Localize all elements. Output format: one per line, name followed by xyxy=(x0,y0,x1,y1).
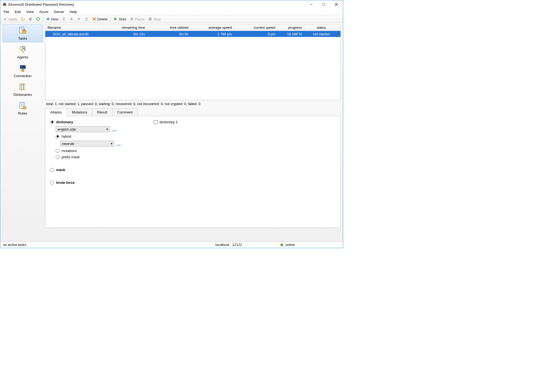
col-avgspeed[interactable]: average speed xyxy=(191,24,234,31)
svg-marker-15 xyxy=(70,18,73,20)
radio-mutations[interactable] xyxy=(56,149,59,153)
radio-prefix-mask[interactable] xyxy=(56,155,59,159)
menu-view[interactable]: View xyxy=(23,9,36,15)
undo-button[interactable] xyxy=(19,16,27,22)
pause-icon xyxy=(130,17,134,21)
sidebar-label: Agents xyxy=(17,55,28,59)
menu-file[interactable]: File xyxy=(1,9,12,15)
tab-comment[interactable]: Comment xyxy=(112,108,138,116)
tab-strip: Attacks Mutations Result Comment xyxy=(45,108,341,116)
sidebar-label: Rules xyxy=(18,111,27,115)
cell-utilized: 2m 8s xyxy=(147,31,191,37)
sidebar-item-tasks[interactable]: Tasks xyxy=(2,24,43,42)
svg-rect-12 xyxy=(46,19,50,20)
new-button[interactable]: New xyxy=(44,16,60,22)
menu-azure[interactable]: Azure xyxy=(36,9,51,15)
sidebar: Tasks Agents >_ Connection Dictionaries … xyxy=(0,23,45,241)
stop-icon xyxy=(148,17,152,21)
svg-rect-44 xyxy=(21,84,21,90)
radio-mask[interactable] xyxy=(50,168,54,172)
svg-rect-52 xyxy=(49,33,50,34)
menu-server[interactable]: Server xyxy=(51,9,67,15)
app-icon xyxy=(2,2,7,7)
start-button[interactable]: Start xyxy=(112,16,128,22)
col-remaining[interactable]: remaining time xyxy=(104,24,147,31)
table-body[interactable]: 2010_all_labuda.accdb 8m 22s 2m 8s 1 790… xyxy=(45,31,340,100)
chevron-down-icon: ▼ xyxy=(110,142,113,145)
radio-brute-force[interactable] xyxy=(50,181,54,185)
checkbox-dictionary-2-label: dictionary 2 xyxy=(160,120,178,124)
maximize-button[interactable] xyxy=(317,1,330,8)
titlebar: Elcomsoft Distributed Password Recovery xyxy=(0,0,343,8)
refresh-icon xyxy=(36,17,40,21)
radio-dictionary[interactable] xyxy=(50,120,54,124)
sidebar-item-rules[interactable]: Rules xyxy=(2,99,43,117)
pause-button[interactable]: Pause xyxy=(128,16,147,22)
sidebar-item-agents[interactable]: Agents xyxy=(2,43,43,61)
move-up-button[interactable] xyxy=(68,16,75,22)
table-row[interactable]: 2010_all_labuda.accdb 8m 22s 2m 8s 1 790… xyxy=(45,31,340,37)
dictionaries-icon xyxy=(18,83,27,91)
radio-dictionary-label: dictionary xyxy=(56,120,73,124)
col-utilized[interactable]: time utilized xyxy=(147,24,191,31)
lock-icon xyxy=(48,32,51,36)
move-bottom-button[interactable] xyxy=(83,16,90,22)
minimize-button[interactable] xyxy=(305,1,317,8)
refresh-button[interactable] xyxy=(34,16,42,22)
col-curspeed[interactable]: current speed xyxy=(234,24,278,31)
delete-button[interactable]: Delete xyxy=(90,16,109,22)
hybrid-select[interactable]: newrule ▼ xyxy=(60,141,114,147)
tab-attacks[interactable]: Attacks xyxy=(45,108,67,116)
hybrid-browse[interactable]: ... xyxy=(116,142,121,146)
svg-rect-43 xyxy=(20,84,25,85)
arrow-up-icon xyxy=(69,17,74,21)
radio-mask-label: mask xyxy=(56,168,65,172)
sidebar-item-connection[interactable]: >_ Connection xyxy=(2,62,43,80)
menu-help[interactable]: Help xyxy=(67,9,80,15)
undo-icon xyxy=(21,17,25,21)
svg-marker-16 xyxy=(78,18,80,20)
svg-rect-23 xyxy=(132,18,133,20)
redo-button[interactable] xyxy=(27,16,34,22)
tab-result[interactable]: Result xyxy=(92,108,112,116)
radio-hybrid[interactable] xyxy=(56,135,59,138)
dictionary-select[interactable]: english.udic ▼ xyxy=(56,126,110,132)
move-top-button[interactable] xyxy=(60,16,68,22)
status-left: no active tasks xyxy=(0,242,213,248)
cell-avgspeed: 1 790 p/s xyxy=(191,31,234,37)
arrow-bottom-icon xyxy=(84,17,89,21)
close-button[interactable] xyxy=(330,1,342,8)
hybrid-select-value: newrule xyxy=(62,142,74,146)
play-icon xyxy=(113,17,118,21)
col-filename[interactable]: filename xyxy=(45,24,104,31)
col-status[interactable]: status xyxy=(304,24,339,31)
menu-edit[interactable]: Edit xyxy=(12,9,23,15)
svg-marker-18 xyxy=(86,18,88,20)
status-host: localhost : 12122 xyxy=(213,242,278,248)
radio-mutations-label: mutations xyxy=(62,149,77,153)
check-icon xyxy=(3,17,7,21)
connection-icon: >_ xyxy=(18,64,27,73)
move-down-button[interactable] xyxy=(75,16,83,22)
radio-prefix-mask-label: prefix mask xyxy=(62,155,80,159)
sidebar-item-dictionaries[interactable]: Dictionaries xyxy=(2,80,43,99)
stop-button[interactable]: Stop xyxy=(146,16,162,22)
tab-mutations[interactable]: Mutations xyxy=(67,108,92,116)
sidebar-label: Tasks xyxy=(18,36,27,40)
redo-icon xyxy=(28,17,33,21)
svg-point-2 xyxy=(5,4,7,6)
attacks-panel: dictionary english.udic ▼ ... hybrid xyxy=(45,116,341,228)
col-progress[interactable]: progress xyxy=(278,24,304,31)
dictionary-browse[interactable]: ... xyxy=(112,127,117,131)
content: filename remaining time time utilized av… xyxy=(45,23,343,241)
arrow-down-icon xyxy=(77,17,81,21)
table-header: filename remaining time time utilized av… xyxy=(45,24,340,31)
apply-button[interactable]: Apply xyxy=(1,16,19,22)
svg-rect-4 xyxy=(323,3,325,5)
tasks-icon xyxy=(18,27,27,35)
radio-hybrid-label: hybrid xyxy=(62,134,71,138)
main-area: Tasks Agents >_ Connection Dictionaries … xyxy=(0,23,343,241)
checkbox-dictionary-2[interactable] xyxy=(154,120,157,124)
dictionary-select-value: english.udic xyxy=(58,127,76,131)
tasks-table: filename remaining time time utilized av… xyxy=(45,24,341,100)
